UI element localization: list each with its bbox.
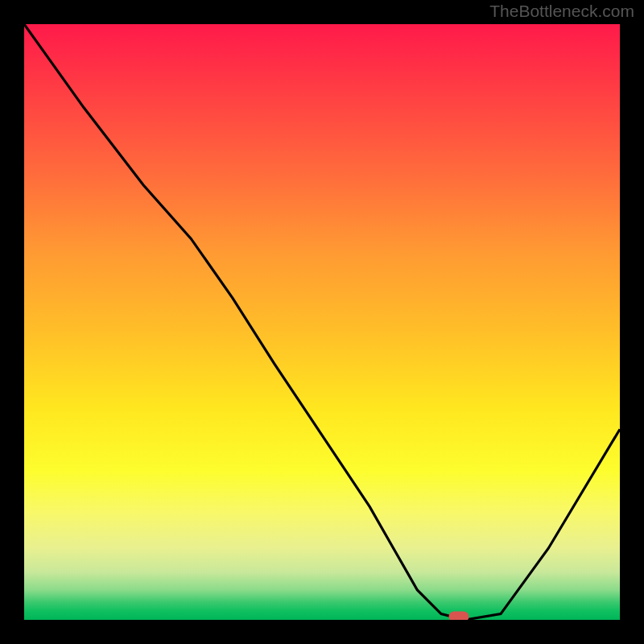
curve-line bbox=[24, 24, 620, 620]
watermark-text: TheBottleneck.com bbox=[489, 2, 634, 21]
optimal-marker bbox=[449, 612, 469, 620]
curve-svg bbox=[24, 24, 620, 620]
plot-area bbox=[24, 24, 620, 620]
